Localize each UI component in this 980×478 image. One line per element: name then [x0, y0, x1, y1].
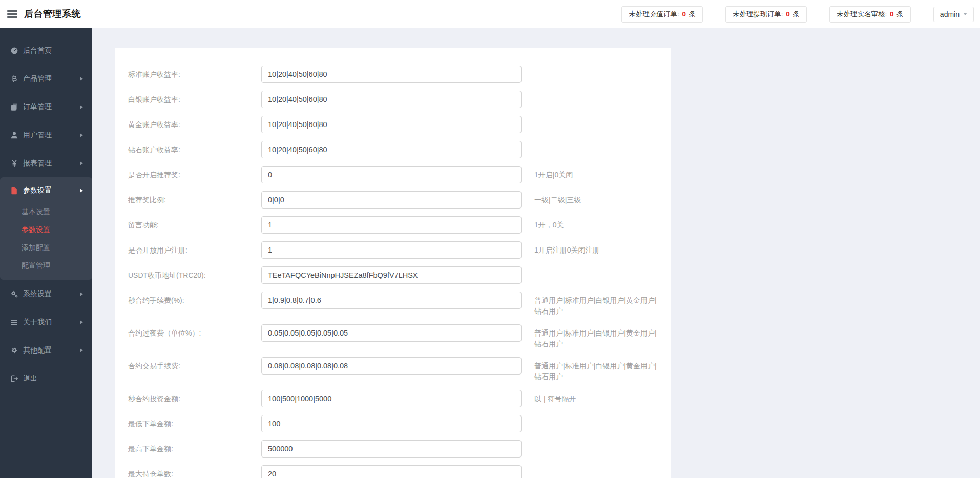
field-label: 合约过夜费（单位%）: — [128, 324, 261, 342]
field-input[interactable] — [261, 465, 522, 478]
sidebar-item-system[interactable]: 系统设置 — [0, 280, 92, 308]
yen-icon — [10, 159, 18, 168]
field-input[interactable] — [261, 390, 522, 407]
field-label: 标准账户收益率: — [128, 66, 261, 83]
bitcoin-icon — [10, 75, 18, 83]
sidebar-item-params[interactable]: 参数设置 — [0, 178, 92, 203]
form-row: 黄金账户收益率: — [128, 116, 671, 133]
field-input[interactable] — [261, 241, 522, 259]
sidebar-item-logout[interactable]: 退出 — [0, 364, 92, 392]
user-name: admin — [940, 10, 960, 18]
sidebar-subitem-添加配置[interactable]: 添加配置 — [0, 239, 92, 257]
field-input[interactable] — [261, 191, 522, 209]
badge-count: 0 — [889, 10, 895, 18]
field-input[interactable] — [261, 141, 522, 158]
field-label: 合约交易手续费: — [128, 357, 261, 375]
form-row: 最高下单金额: — [128, 440, 671, 458]
sidebar-item-products[interactable]: 产品管理 — [0, 65, 92, 93]
field-input[interactable] — [261, 324, 522, 342]
field-label: 是否开启推荐奖: — [128, 166, 261, 183]
field-label: 推荐奖比例: — [128, 191, 261, 209]
status-badge[interactable]: 未处理实名审核: 0 条 — [829, 6, 911, 23]
form-row: 钻石账户收益率: — [128, 141, 671, 158]
status-badges: 未处理充值订单: 0 条 未处理提现订单: 0 条 未处理实名审核: 0 条 — [621, 6, 910, 23]
badge-label: 未处理充值订单: — [629, 10, 681, 18]
badge-suffix: 条 — [689, 10, 696, 18]
field-label: USDT收币地址(TRC20): — [128, 266, 261, 284]
field-label: 留言功能: — [128, 216, 261, 234]
logout-icon — [10, 375, 18, 383]
field-hint: 1开启|0关闭 — [534, 166, 663, 180]
form-row: 白银账户收益率: — [128, 91, 671, 108]
field-label: 白银账户收益率: — [128, 91, 261, 108]
user-icon — [10, 131, 18, 139]
field-label: 最大持仓单数: — [128, 465, 261, 478]
field-input[interactable] — [261, 116, 522, 133]
sidebar-item-label: 用户管理 — [23, 131, 80, 140]
sidebar-item-about[interactable]: 关于我们 — [0, 308, 92, 336]
sidebar-subitem-配置管理[interactable]: 配置管理 — [0, 257, 92, 275]
chevron-right-icon — [80, 292, 83, 296]
sidebar-item-label: 关于我们 — [23, 318, 80, 327]
field-input[interactable] — [261, 266, 522, 284]
form-row: 是否开放用户注册: 1开启注册0关闭注册 — [128, 241, 671, 259]
field-input[interactable] — [261, 66, 522, 83]
field-label: 最高下单金额: — [128, 440, 261, 458]
sidebar-item-users[interactable]: 用户管理 — [0, 121, 92, 149]
form-row: 合约交易手续费: 普通用户|标准用户|白银用户|黄金用户|钻石用户 — [128, 357, 671, 382]
field-input[interactable] — [261, 440, 522, 458]
form-row: USDT收币地址(TRC20): — [128, 266, 671, 284]
sidebar-item-label: 其他配置 — [23, 346, 80, 355]
chevron-right-icon — [80, 348, 83, 352]
menu-toggle-icon[interactable] — [7, 9, 17, 19]
sidebar-group-params: 参数设置 基本设置 参数设置 添加配置 配置管理 — [0, 177, 92, 280]
header-right: 未处理充值订单: 0 条 未处理提现订单: 0 条 未处理实名审核: 0 条 a… — [621, 0, 974, 28]
chevron-right-icon — [80, 189, 83, 193]
chevron-right-icon — [80, 105, 83, 109]
sidebar-nav: 后台首页 产品管理 订单管理 用户管理 报表管理 参数设置 基本设置 参数设置 … — [0, 36, 92, 392]
field-label: 秒合约投资金额: — [128, 390, 261, 407]
field-hint: 1开启注册0关闭注册 — [534, 241, 663, 256]
field-input[interactable] — [261, 216, 522, 234]
user-menu[interactable]: admin — [933, 7, 974, 22]
field-hint: 普通用户|标准用户|白银用户|黄金用户|钻石用户 — [534, 324, 663, 349]
field-hint: 以 | 符号隔开 — [534, 390, 663, 404]
field-input[interactable] — [261, 166, 522, 183]
settings-panel: 标准账户收益率: 白银账户收益率: 黄金账户收益率: 钻石账户收益率: 是否开启… — [115, 48, 671, 478]
orders-icon — [10, 103, 18, 111]
badge-suffix: 条 — [793, 10, 800, 18]
status-badge[interactable]: 未处理充值订单: 0 条 — [621, 6, 703, 23]
badge-suffix: 条 — [896, 10, 904, 18]
sidebar: 后台首页 产品管理 订单管理 用户管理 报表管理 参数设置 基本设置 参数设置 … — [0, 28, 92, 478]
field-input[interactable] — [261, 357, 522, 375]
sidebar-item-other[interactable]: 其他配置 — [0, 336, 92, 364]
field-input[interactable] — [261, 91, 522, 108]
field-input[interactable] — [261, 292, 522, 309]
sidebar-item-label: 系统设置 — [23, 289, 80, 299]
form-row: 秒合约投资金额: 以 | 符号隔开 — [128, 390, 671, 407]
dashboard-icon — [10, 47, 18, 55]
status-badge[interactable]: 未处理提现订单: 0 条 — [725, 6, 807, 23]
sidebar-subitem-参数设置[interactable]: 参数设置 — [0, 221, 92, 239]
sidebar-item-reports[interactable]: 报表管理 — [0, 149, 92, 177]
file-icon — [10, 186, 18, 195]
sidebar-subitem-基本设置[interactable]: 基本设置 — [0, 203, 92, 221]
sidebar-item-label: 报表管理 — [23, 159, 80, 168]
form-row: 是否开启推荐奖: 1开启|0关闭 — [128, 166, 671, 183]
field-label: 钻石账户收益率: — [128, 141, 261, 158]
settings-form: 标准账户收益率: 白银账户收益率: 黄金账户收益率: 钻石账户收益率: 是否开启… — [128, 66, 671, 478]
sidebar-item-label: 订单管理 — [23, 102, 80, 112]
chevron-right-icon — [80, 77, 83, 81]
field-input[interactable] — [261, 415, 522, 432]
field-label: 是否开放用户注册: — [128, 241, 261, 259]
field-label: 黄金账户收益率: — [128, 116, 261, 133]
sidebar-item-dashboard[interactable]: 后台首页 — [0, 36, 92, 65]
field-hint: 普通用户|标准用户|白银用户|黄金用户|钻石用户 — [534, 357, 663, 382]
sidebar-item-orders[interactable]: 订单管理 — [0, 93, 92, 121]
badge-label: 未处理实名审核: — [837, 10, 889, 18]
sidebar-item-label: 后台首页 — [23, 46, 83, 55]
form-row: 推荐奖比例: 一级|二级|三级 — [128, 191, 671, 209]
form-row: 秒合约手续费(%): 普通用户|标准用户|白银用户|黄金用户|钻石用户 — [128, 292, 671, 317]
form-row: 最大持仓单数: — [128, 465, 671, 478]
badge-count: 0 — [681, 10, 687, 18]
